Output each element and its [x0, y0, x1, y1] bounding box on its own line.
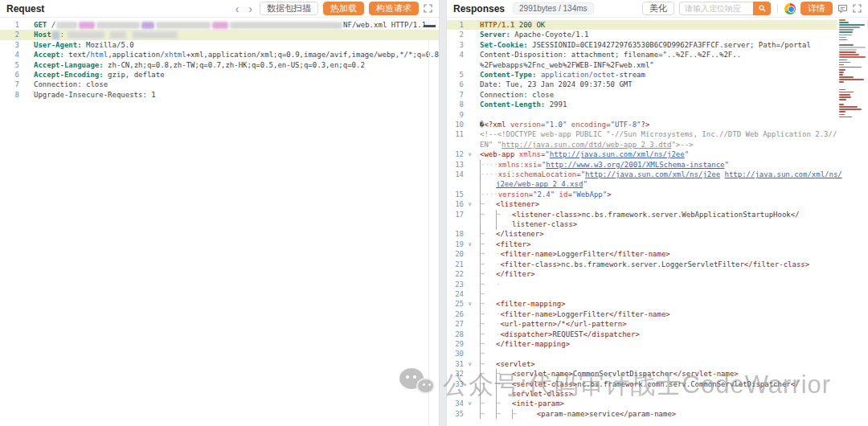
open-in-chrome-icon[interactable]: [784, 3, 796, 14]
line-number: 28: [447, 330, 464, 340]
indent-guide: →: [496, 399, 512, 409]
token: <!--<!DOCTYPE web-app PUBLIC "-//Sun Mic…: [480, 129, 837, 140]
fullscreen-icon[interactable]: [853, 4, 862, 13]
fold-chevron-icon[interactable]: ∨: [464, 199, 476, 210]
code-line: 33→→<servlet-class>nc.bs.framework.comn.…: [447, 379, 868, 389]
code-text: →</filter>: [476, 269, 535, 280]
token: <listener-class>: [512, 210, 582, 220]
code-text: Accept-Encoding: gzip, deflate: [19, 70, 165, 80]
token: application/octet: [541, 70, 615, 80]
line-number: 7: [447, 90, 464, 100]
line-number: 6: [0, 70, 19, 80]
code-text: Content-Length: 2991: [476, 100, 567, 110]
search-icon[interactable]: [753, 2, 771, 15]
indent-guide: →: [480, 210, 496, 220]
redacted-blur: [110, 31, 126, 39]
line-number: 17: [447, 210, 464, 220]
code-text: <web-app xmlns="http://java.sun.com/xml/…: [476, 150, 689, 160]
hot-reload-button[interactable]: 热加载: [323, 2, 364, 15]
fullscreen-icon[interactable]: [424, 4, 432, 13]
next-packet-button[interactable]: ›: [246, 3, 255, 14]
token: <filter-class>: [500, 260, 561, 270]
code-text: ····version="2.4" id="WebApp">: [476, 190, 612, 200]
line-number: 14: [447, 170, 464, 180]
line-number: 34: [447, 399, 464, 409]
packet-scan-button[interactable]: 数据包扫描: [260, 2, 318, 15]
code-text: Content-Disposition: attachment; filenam…: [476, 50, 741, 60]
indent-guide: →: [480, 399, 496, 409]
token: Date: Tue, 23 Jan 2024 09:37:50 GMT: [480, 80, 633, 90]
token: ": [583, 179, 587, 190]
fold-chevron-icon[interactable]: ∨: [464, 359, 476, 370]
beautify-button[interactable]: 美化: [642, 2, 674, 15]
token: Accept-Language:: [34, 60, 104, 71]
indent-guide: →: [496, 369, 512, 379]
line-number: 1: [0, 20, 19, 31]
token: xsi:schemaLocation: [498, 170, 577, 180]
request-scrollbar[interactable]: [428, 18, 429, 426]
indent-guide: →: [480, 379, 496, 390]
code-line: 7Connection: close: [0, 80, 439, 89]
search-input[interactable]: [679, 2, 753, 15]
token: version: [506, 120, 541, 130]
code-line: 11<!--<!DOCTYPE web-app PUBLIC "-//Sun M…: [447, 129, 868, 139]
code-line: 28→·<dispatcher>REQUEST</dispatcher>: [447, 330, 868, 339]
fold-chevron-icon[interactable]: ∨: [464, 240, 476, 250]
token: >: [607, 190, 611, 200]
details-button[interactable]: 详情: [800, 2, 833, 15]
line-number: 8: [447, 100, 464, 110]
code-text: →·: [476, 280, 500, 290]
indent-guide: →: [480, 249, 496, 260]
line-number: 25: [447, 299, 464, 309]
line-number: 31: [447, 359, 464, 370]
code-line: 34∨→→<init-param>: [447, 399, 868, 408]
token: "WebApp": [572, 190, 607, 200]
token: <web-app: [480, 150, 514, 160]
code-text: Server: Apache-Coyote/1.1: [476, 30, 588, 40]
indent-guide: →: [512, 409, 528, 420]
fold-chevron-icon[interactable]: ∨: [464, 299, 476, 309]
token: ····: [481, 170, 498, 180]
token: /*: [557, 319, 566, 330]
token: REQUEST: [552, 330, 583, 340]
token: Server:: [480, 30, 510, 40]
prev-packet-button[interactable]: ‹: [233, 3, 242, 14]
line-number: 7: [0, 80, 19, 90]
token: ?>: [641, 120, 650, 130]
response-editor[interactable]: 1HTTP/1.1 200 OK2Server: Apache-Coyote/1…: [447, 18, 868, 426]
token: http://www.w3.org/2001/XMLSchema-instanc…: [546, 160, 724, 170]
request-editor[interactable]: 1GET /NF/web.xml HTTP/1.12Host:3User-Age…: [0, 18, 439, 426]
indent-guide: →: [496, 379, 512, 390]
panel-resize-handle[interactable]: [439, 0, 447, 426]
code-line: 20→·<filter-name>LoggerFilter</filter-na…: [447, 249, 868, 259]
token: <filter-mapping>: [496, 299, 566, 309]
line-number: 10: [447, 120, 464, 130]
code-line: 30→: [447, 349, 868, 358]
fold-chevron-icon[interactable]: ∨: [464, 150, 476, 160]
indent-guide: →: [480, 280, 496, 290]
code-line: 26→·<filter-name>LoggerFilter</filter-na…: [447, 309, 868, 319]
code-line: 35→→→ <param-name>service</param-name>: [447, 409, 868, 419]
minimap[interactable]: [837, 18, 867, 146]
token: LoggerFilter: [557, 249, 609, 260]
code-text: j2ee/web-app_2_4.xsd": [476, 179, 588, 190]
code-line: 24→: [447, 289, 868, 299]
build-request-button[interactable]: 构造请求: [369, 2, 419, 15]
code-line: servlet-class>: [447, 389, 868, 399]
code-text: <!--<!DOCTYPE web-app PUBLIC "-//Sun Mic…: [476, 129, 837, 140]
indent-guide: →: [480, 299, 496, 309]
token: CommonServletDispatcher: [573, 369, 674, 379]
code-line: 29→</filter-mapping>: [447, 339, 868, 349]
code-line: 8Upgrade-Insecure-Requests: 1: [0, 90, 439, 100]
comment-icon[interactable]: [837, 4, 848, 14]
token: 2991: [545, 100, 567, 110]
request-header: Request ‹ › 数据包扫描 热加载 构造请求: [0, 0, 439, 18]
token: ····: [481, 190, 498, 200]
line-number: 33: [447, 379, 464, 390]
token: id: [555, 190, 567, 200]
line-number: 24: [447, 289, 464, 300]
redacted-blur: [52, 31, 59, 39]
code-text: →→<listener-class>nc.bs.framework.server…: [476, 210, 800, 220]
code-line: 31∨→<servlet>: [447, 359, 868, 369]
fold-chevron-icon[interactable]: ∨: [464, 399, 476, 409]
